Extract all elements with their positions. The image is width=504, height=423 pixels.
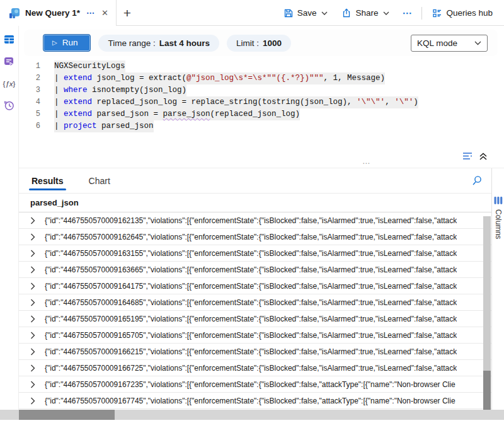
columns-label: Columns	[494, 209, 503, 239]
code-line[interactable]: 5| extend parsed_json = parse_json(repla…	[19, 108, 504, 120]
tab-chart[interactable]: Chart	[88, 168, 112, 193]
query-mode-dropdown[interactable]: KQL mode	[411, 35, 488, 52]
table-row[interactable]: {"id":"4467550570009163665","violations"…	[19, 262, 491, 278]
left-sidebar: {ƒx}	[0, 26, 19, 410]
new-tab-button[interactable]: +	[117, 0, 138, 26]
column-header-parsed-json[interactable]: parsed_json	[19, 194, 491, 212]
queries-hub-button[interactable]: Queries hub	[428, 6, 496, 21]
results-tab-bar: Results Chart	[19, 168, 491, 194]
kusto-query-app: New Query 1* ⋯ ✕ + Save S	[0, 0, 504, 423]
code-line[interactable]: 4| extend replaced_json_log = replace_st…	[19, 96, 504, 108]
collapse-editor-icon[interactable]	[479, 152, 488, 161]
run-button[interactable]: ▷ Run	[43, 34, 91, 52]
row-expand-icon[interactable]	[30, 299, 35, 306]
row-json-text: {"id":"4467550570009166215","violations"…	[45, 347, 457, 356]
sidebar-item-functions[interactable]: {ƒx}	[1, 75, 18, 92]
column-header-label: parsed_json	[30, 198, 79, 207]
columns-side-tab[interactable]: Columns	[491, 168, 504, 410]
history-clock-icon	[4, 100, 14, 111]
line-number: 4	[19, 96, 47, 108]
row-expand-icon[interactable]	[30, 381, 35, 388]
format-lines-icon[interactable]	[462, 152, 474, 161]
table-row[interactable]: {"id":"4467550570009166725","violations"…	[19, 360, 491, 376]
code-line[interactable]: 1NGXSecurityLogs	[19, 61, 504, 72]
table-row[interactable]: {"id":"4467550570009167745","violations"…	[19, 393, 491, 409]
table-row[interactable]: {"id":"4467550570009165195","violations"…	[19, 311, 491, 327]
time-range-picker[interactable]: Time range : Last 4 hours	[98, 35, 219, 52]
results-panel: Results Chart	[19, 168, 504, 410]
row-expand-icon[interactable]	[30, 315, 35, 323]
table-row[interactable]: {"id":"4467550570009164175","violations"…	[19, 278, 491, 294]
row-json-text: {"id":"4467550570009165705","violations"…	[45, 331, 457, 340]
divider	[421, 7, 422, 20]
query-panel: ▷ Run Time range : Last 4 hours Limit : …	[19, 26, 504, 410]
chevron-down-icon	[383, 11, 389, 15]
table-row[interactable]: {"id":"4467550570009164685","violations"…	[19, 294, 491, 311]
query-toolbar: ▷ Run Time range : Last 4 hours Limit : …	[24, 30, 498, 56]
horizontal-scrollbar[interactable]	[0, 410, 504, 420]
sidebar-item-history[interactable]	[1, 97, 18, 114]
row-json-text: {"id":"4467550570009165195","violations"…	[45, 315, 457, 323]
code-text: | project parsed_json	[54, 120, 154, 132]
run-label: Run	[62, 38, 78, 47]
sidebar-item-saved-scripts[interactable]	[1, 53, 18, 70]
script-run-icon	[4, 57, 14, 67]
row-json-text: {"id":"4467550570009163665","violations"…	[45, 265, 457, 274]
row-expand-icon[interactable]	[30, 266, 35, 274]
editor-footer	[19, 151, 504, 161]
row-json-text: {"id":"4467550570009164685","violations"…	[45, 298, 457, 307]
horizontal-scrollbar-thumb[interactable]	[19, 410, 115, 420]
share-label: Share	[355, 8, 378, 18]
row-json-text: {"id":"4467550570009166725","violations"…	[45, 364, 457, 373]
row-expand-icon[interactable]	[30, 250, 35, 257]
code-line[interactable]: 6| project parsed_json	[19, 120, 504, 132]
vertical-scrollbar-thumb[interactable]	[483, 371, 491, 410]
panel-resize-handle[interactable]: ⋯	[19, 161, 504, 168]
time-range-label: Time range :	[108, 38, 155, 48]
table-row[interactable]: {"id":"4467550570009165705","violations"…	[19, 327, 491, 344]
row-expand-icon[interactable]	[30, 348, 35, 356]
table-row[interactable]: {"id":"4467550570009162135","violations"…	[19, 212, 491, 229]
query-tab[interactable]: New Query 1* ⋯ ✕	[0, 0, 117, 26]
table-row[interactable]: {"id":"4467550570009163155","violations"…	[19, 245, 491, 262]
table-row[interactable]: {"id":"4467550570009167235","violations"…	[19, 376, 491, 393]
table-row[interactable]: {"id":"4467550570009166215","violations"…	[19, 344, 491, 360]
share-icon	[341, 8, 352, 18]
more-options-icon[interactable]: ⋯	[399, 8, 415, 19]
limit-value: 1000	[263, 38, 282, 48]
save-label: Save	[297, 8, 317, 18]
code-line[interactable]: 2| extend json_log = extract(@"json_log\…	[19, 72, 504, 84]
sidebar-item-tables[interactable]	[1, 31, 18, 48]
row-expand-icon[interactable]	[30, 397, 35, 405]
table-icon	[4, 35, 14, 44]
table-row[interactable]: {"id":"4467550570009162645","violations"…	[19, 229, 491, 245]
query-editor[interactable]: 1NGXSecurityLogs2| extend json_log = ext…	[19, 56, 504, 132]
row-json-text: {"id":"4467550570009162645","violations"…	[45, 233, 457, 241]
tab-results[interactable]: Results	[30, 168, 65, 193]
row-json-text: {"id":"4467550570009167235","violations"…	[45, 380, 455, 389]
code-text: | extend parsed_json = parse_json(replac…	[54, 108, 300, 120]
resize-dots-icon: ⋯	[362, 159, 370, 168]
row-expand-icon[interactable]	[30, 233, 35, 241]
tab-title: New Query 1*	[25, 8, 80, 18]
code-text: | extend replaced_json_log = replace_str…	[54, 96, 418, 108]
query-app-icon	[9, 8, 20, 19]
search-results-button[interactable]	[472, 175, 483, 186]
vertical-scrollbar[interactable]	[483, 216, 491, 410]
save-button[interactable]: Save	[280, 6, 332, 21]
queries-hub-icon	[432, 8, 442, 18]
top-actions: Save Share ⋯	[280, 0, 504, 26]
tab-more-icon[interactable]: ⋯	[86, 8, 95, 18]
code-line[interactable]: 3| where isnotempty(json_log)	[19, 84, 504, 96]
tab-results-label: Results	[32, 176, 64, 186]
line-number: 1	[19, 61, 47, 72]
row-expand-icon[interactable]	[30, 217, 35, 224]
limit-picker[interactable]: Limit : 1000	[227, 35, 291, 52]
row-expand-icon[interactable]	[30, 364, 35, 372]
row-expand-icon[interactable]	[30, 282, 35, 290]
share-button[interactable]: Share	[338, 6, 393, 21]
tab-close-icon[interactable]: ✕	[101, 8, 108, 18]
row-json-text: {"id":"4467550570009164175","violations"…	[45, 282, 457, 291]
line-number: 3	[19, 84, 47, 96]
row-expand-icon[interactable]	[30, 332, 35, 339]
